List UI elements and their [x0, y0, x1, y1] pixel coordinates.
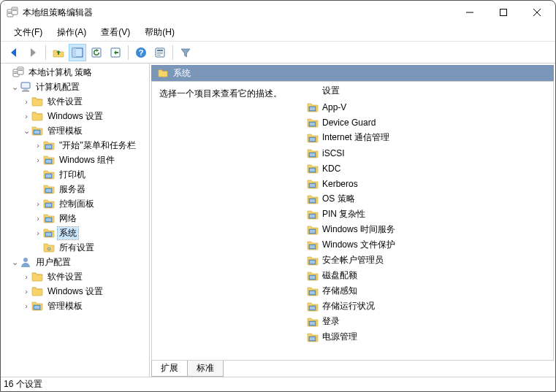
tree-network[interactable]: › 网络 — [1, 211, 149, 226]
menubar: 文件(F) 操作(A) 查看(V) 帮助(H) — [1, 24, 555, 42]
status-text: 16 个设置 — [4, 378, 42, 391]
tree-admin-templates[interactable]: ⌄ 管理模板 — [1, 123, 149, 138]
expander-icon[interactable]: ⌄ — [9, 82, 20, 92]
folder-blue-icon — [307, 147, 319, 159]
expander-icon[interactable]: › — [33, 228, 43, 238]
tree-windows-settings-2[interactable]: › Windows 设置 — [1, 284, 149, 299]
close-button[interactable] — [520, 1, 554, 23]
tree-software-settings[interactable]: › 软件设置 — [1, 94, 149, 109]
expander-icon[interactable]: ⌄ — [9, 257, 20, 267]
folder-icon — [157, 68, 169, 78]
help-button[interactable] — [132, 44, 150, 61]
expander-icon[interactable]: › — [33, 213, 43, 223]
tree-printers[interactable]: › 打印机 — [1, 167, 149, 182]
tab-extended[interactable]: 扩展 — [151, 361, 188, 377]
list-item[interactable]: OS 策略 — [305, 191, 553, 207]
tree-root[interactable]: ▾ 本地计算机 策略 — [1, 65, 149, 80]
list-item[interactable]: Internet 通信管理 — [305, 130, 553, 145]
tree-servers[interactable]: › 服务器 — [1, 182, 149, 196]
expander-icon[interactable]: › — [21, 96, 31, 107]
user-icon — [20, 256, 31, 268]
list-item[interactable]: 磁盘配额 — [305, 268, 553, 283]
menu-help[interactable]: 帮助(H) — [137, 24, 182, 41]
description-prompt: 选择一个项目来查看它的描述。 — [159, 88, 282, 99]
tree-user-config[interactable]: ⌄ 用户配置 — [1, 255, 149, 269]
menu-file[interactable]: 文件(F) — [7, 24, 50, 41]
tree-software-settings-2[interactable]: › 软件设置 — [1, 269, 149, 284]
folder-blue-icon — [31, 300, 43, 312]
tree-control-panel[interactable]: › 控制面板 — [1, 196, 149, 211]
folder-blue-icon — [307, 331, 319, 343]
back-button[interactable] — [5, 44, 23, 61]
list-item[interactable]: 电源管理 — [305, 329, 553, 345]
folder-icon — [31, 271, 43, 283]
list-item[interactable]: Windows 文件保护 — [305, 237, 553, 253]
folder-blue-icon — [307, 101, 319, 113]
minimize-button[interactable] — [453, 1, 487, 23]
tree-start-menu-taskbar[interactable]: › "开始"菜单和任务栏 — [1, 138, 149, 153]
list-item[interactable]: 安全帐户管理员 — [305, 253, 553, 268]
list-item[interactable]: iSCSI — [305, 145, 553, 161]
expander-icon[interactable]: › — [33, 199, 43, 209]
menu-action[interactable]: 操作(A) — [50, 24, 94, 41]
folder-blue-icon — [307, 255, 319, 266]
maximize-button[interactable] — [487, 1, 520, 23]
list-item[interactable]: Kerberos — [305, 176, 553, 191]
list-item-label: Windows 时间服务 — [322, 223, 395, 236]
list-item-label: OS 策略 — [322, 193, 355, 205]
tree-windows-settings[interactable]: › Windows 设置 — [1, 109, 149, 123]
folder-blue-icon — [307, 285, 319, 297]
list-item[interactable]: 登录 — [305, 314, 553, 329]
list-item-label: App-V — [322, 102, 346, 112]
refresh-button[interactable] — [88, 44, 105, 61]
list-item-label: 磁盘配额 — [322, 269, 357, 282]
main-area: ▾ 本地计算机 策略 ⌄ 计算机配置 › 软件设置 › Windows — [1, 64, 555, 377]
tree-all-settings[interactable]: › 所有设置 — [1, 240, 149, 255]
folder-blue-icon — [307, 193, 319, 205]
expander-icon[interactable]: › — [21, 111, 31, 121]
list-item[interactable]: KDC — [305, 161, 553, 176]
tree-windows-components[interactable]: › Windows 组件 — [1, 153, 149, 167]
folder-blue-icon — [307, 209, 319, 220]
list-item-label: 登录 — [322, 315, 340, 328]
expander-icon[interactable]: › — [33, 155, 43, 165]
folder-blue-icon — [307, 132, 319, 144]
folder-blue-icon — [43, 154, 55, 166]
up-button[interactable] — [50, 44, 67, 61]
menu-view[interactable]: 查看(V) — [94, 24, 137, 41]
forward-button[interactable] — [24, 44, 42, 61]
list-item[interactable]: Windows 时间服务 — [305, 222, 553, 237]
list-item[interactable]: 存储感知 — [305, 283, 553, 299]
tab-standard[interactable]: 标准 — [188, 361, 224, 377]
export-icon — [110, 47, 121, 58]
folder-blue-icon — [43, 169, 55, 180]
list-item[interactable]: Device Guard — [305, 115, 553, 130]
folder-blue-icon — [307, 163, 319, 174]
expander-icon[interactable]: › — [21, 272, 31, 282]
export-button[interactable] — [107, 44, 124, 61]
tree-label: Windows 设置 — [46, 110, 104, 123]
policy-toolbar-button[interactable] — [151, 44, 169, 61]
expander-icon[interactable]: › — [33, 140, 43, 150]
list-item-label: Internet 通信管理 — [322, 131, 389, 144]
list-item[interactable]: PIN 复杂性 — [305, 207, 553, 222]
filter-button[interactable] — [177, 44, 194, 61]
list-item[interactable]: App-V — [305, 99, 553, 115]
tree-label: 控制面板 — [58, 198, 96, 210]
expander-icon[interactable]: › — [21, 286, 31, 296]
show-tree-button[interactable] — [69, 44, 86, 61]
settings-list[interactable]: App-VDevice GuardInternet 通信管理iSCSIKDCKe… — [305, 99, 553, 360]
tree-label: 软件设置 — [46, 271, 84, 283]
expander-icon[interactable]: ⌄ — [21, 126, 31, 136]
content-header: 系统 — [151, 65, 554, 81]
expander-icon[interactable]: › — [21, 301, 31, 311]
folder-icon — [31, 96, 43, 107]
tree-pane[interactable]: ▾ 本地计算机 策略 ⌄ 计算机配置 › 软件设置 › Windows — [1, 64, 150, 377]
settings-column-header[interactable]: 设置 — [305, 82, 553, 99]
list-item-label: 存储运行状况 — [322, 300, 375, 312]
help-icon — [135, 47, 147, 58]
tree-computer-config[interactable]: ⌄ 计算机配置 — [1, 80, 149, 94]
list-item[interactable]: 存储运行状况 — [305, 299, 553, 314]
tree-system[interactable]: › 系统 — [1, 226, 149, 240]
tree-admin-templates-2[interactable]: › 管理模板 — [1, 299, 149, 313]
